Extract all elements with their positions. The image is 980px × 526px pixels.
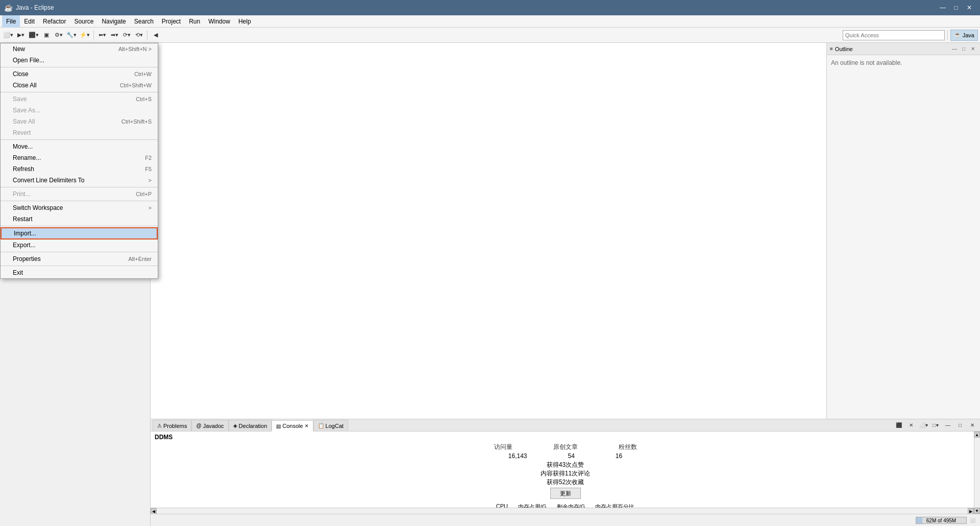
memory-bar: 62M of 495M	[916, 517, 967, 524]
toolbar-btn-12[interactable]: ◀	[150, 30, 161, 41]
menu-export[interactable]: Export...	[1, 240, 158, 251]
logcat-icon: 📋	[318, 423, 324, 428]
tab-console[interactable]: ▤ Console ✕	[272, 420, 313, 432]
stat-value-visits: 16,143	[508, 452, 527, 460]
save-icon	[3, 95, 11, 103]
menu-import[interactable]: Import...	[1, 227, 158, 240]
menu-close-all[interactable]: Close All Ctrl+Shift+W	[1, 80, 158, 91]
menu-save-as[interactable]: Save As...	[1, 105, 158, 116]
bottom-btn-4[interactable]: □▾	[930, 420, 941, 429]
tab-javadoc[interactable]: @ Javadoc	[191, 420, 228, 431]
menu-new[interactable]: New Alt+Shift+N >	[1, 43, 158, 55]
java-perspective-button[interactable]: ☕ Java	[950, 30, 978, 41]
toolbar-btn-10[interactable]: ⟳▾	[121, 30, 132, 41]
bottom-tabs: ⚠ Problems @ Javadoc ◈ Declaration ▤ Con…	[151, 419, 980, 432]
bottom-minimize[interactable]: —	[942, 420, 953, 429]
stats-values-row: 16,143 54 16	[508, 452, 622, 460]
menu-source[interactable]: Source	[70, 15, 97, 28]
menu-close[interactable]: Close Ctrl+W	[1, 68, 158, 80]
sep-5	[1, 201, 158, 201]
refresh-icon	[3, 165, 11, 173]
sub-label-likes: 获得43次点赞	[547, 461, 584, 469]
menu-file[interactable]: File	[2, 15, 20, 28]
toolbar: ⬜▾ ▶▾ ⬛▾ ▣ ⚙▾ 🔧▾ ⚡▾ ⬅▾ ➡▾ ⟳▾ ⟲▾ ◀ ☕ Java	[0, 28, 980, 43]
minimize-button[interactable]: —	[936, 3, 949, 13]
menu-switch-workspace[interactable]: Switch Workspace >	[1, 202, 158, 213]
app-icon: ☕	[4, 4, 13, 12]
stat-label-fans: 粉丝数	[619, 443, 637, 451]
console-tab-close[interactable]: ✕	[305, 423, 309, 428]
sub-label-favorites: 获得52次收藏	[547, 478, 584, 487]
horizontal-scrollbar[interactable]: ◀ ▶	[151, 508, 974, 514]
sep-3	[1, 139, 158, 140]
titlebar-title: Java - Eclipse	[16, 4, 54, 11]
bottom-panel: ⚠ Problems @ Javadoc ◈ Declaration ▤ Con…	[151, 419, 980, 526]
sep-6	[1, 226, 158, 226]
bottom-btn-3[interactable]: ⬜▾	[918, 420, 929, 429]
left-panel: New Alt+Shift+N > Open File... Close Ctr…	[0, 43, 151, 526]
menu-restart[interactable]: Restart	[1, 213, 158, 225]
toolbar-btn-7[interactable]: ⚡▾	[79, 30, 91, 41]
bottom-btn-1[interactable]: ⬛	[893, 420, 904, 429]
menu-window[interactable]: Window	[204, 15, 234, 28]
outline-icon: ≡	[830, 46, 833, 52]
toolbar-btn-11[interactable]: ⟲▾	[133, 30, 144, 41]
console-title: DDMS	[155, 434, 976, 441]
menu-refactor[interactable]: Refactor	[39, 15, 70, 28]
menu-revert[interactable]: Revert	[1, 127, 158, 138]
menu-refresh[interactable]: Refresh F5	[1, 163, 158, 175]
tab-declaration[interactable]: ◈ Declaration	[229, 420, 272, 431]
toolbar-btn-6[interactable]: 🔧▾	[65, 30, 78, 41]
bottom-maximize[interactable]: □	[954, 420, 966, 429]
toolbar-btn-3[interactable]: ⬛▾	[28, 30, 40, 41]
tab-logcat[interactable]: 📋 LogCat	[313, 420, 348, 431]
tab-problems[interactable]: ⚠ Problems	[153, 420, 191, 431]
menu-project[interactable]: Project	[158, 15, 185, 28]
main-layout: New Alt+Shift+N > Open File... Close Ctr…	[0, 43, 980, 526]
maximize-button[interactable]: □	[949, 3, 963, 13]
menu-rename[interactable]: Rename... F2	[1, 152, 158, 163]
toolbar-btn-4[interactable]: ▣	[41, 30, 52, 41]
bottom-close[interactable]: ✕	[967, 420, 978, 429]
javadoc-icon: @	[196, 423, 201, 428]
menu-edit[interactable]: Edit	[20, 15, 39, 28]
quick-access-input[interactable]	[843, 30, 945, 40]
titlebar: ☕ Java - Eclipse — □ ✕	[0, 0, 980, 15]
status-bar: 62M of 495M ⬜	[151, 514, 980, 526]
memory-text: 62M of 495M	[916, 517, 966, 524]
menu-search[interactable]: Search	[130, 15, 158, 28]
menu-help[interactable]: Help	[234, 15, 255, 28]
close-button[interactable]: ✕	[963, 3, 976, 13]
outline-message: An outline is not available.	[831, 59, 902, 66]
update-button[interactable]: 更新	[550, 488, 581, 499]
stats-sub-row: 获得43次点赞 内容获得11次评论 获得52次收藏	[541, 461, 590, 487]
outline-maximize-button[interactable]: □	[960, 45, 968, 53]
bottom-btn-2[interactable]: ✕	[905, 420, 917, 429]
menu-save-all[interactable]: Save All Ctrl+Shift+S	[1, 116, 158, 127]
outline-minimize-button[interactable]: —	[950, 45, 959, 53]
bottom-toolbar: ⬛ ✕ ⬜▾ □▾ — □ ✕	[893, 420, 978, 429]
menu-navigate[interactable]: Navigate	[97, 15, 130, 28]
stat-value-fans: 16	[616, 452, 622, 460]
gc-button[interactable]: ⬜	[969, 517, 976, 524]
toolbar-btn-9[interactable]: ➡▾	[109, 30, 120, 41]
menu-open-file[interactable]: Open File...	[1, 55, 158, 66]
outline-close-button[interactable]: ✕	[969, 45, 977, 53]
new-button[interactable]: ⬜▾	[2, 30, 14, 41]
menu-properties[interactable]: Properties Alt+Enter	[1, 253, 158, 265]
menu-run[interactable]: Run	[185, 15, 204, 28]
stat-label-visits: 访问量	[494, 443, 512, 451]
sub-label-comments: 内容获得11次评论	[541, 469, 590, 478]
menu-exit[interactable]: Exit	[1, 267, 158, 278]
menu-move[interactable]: Move...	[1, 141, 158, 152]
save-all-icon	[3, 117, 11, 126]
toolbar-sep-1	[93, 30, 94, 40]
toolbar-btn-2[interactable]: ▶▾	[15, 30, 27, 41]
import-icon	[4, 229, 12, 237]
memory-indicator: 62M of 495M ⬜	[155, 514, 976, 527]
toolbar-btn-5[interactable]: ⚙▾	[53, 30, 64, 41]
menu-save[interactable]: Save Ctrl+S	[1, 93, 158, 105]
menu-print[interactable]: Print... Ctrl+P	[1, 188, 158, 200]
menu-convert-line[interactable]: Convert Line Delimiters To >	[1, 175, 158, 186]
toolbar-btn-8[interactable]: ⬅▾	[96, 30, 108, 41]
